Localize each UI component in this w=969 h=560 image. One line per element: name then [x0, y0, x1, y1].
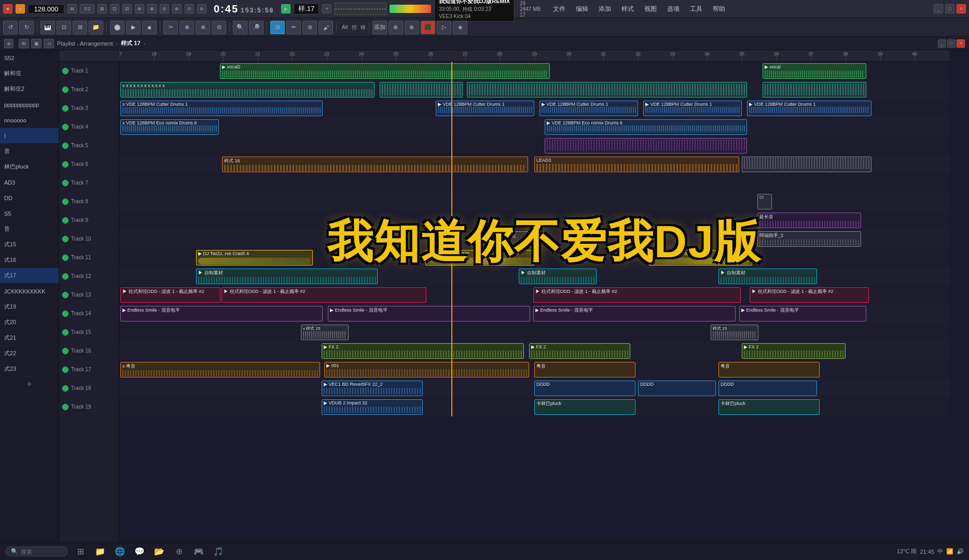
mute-6[interactable] — [62, 161, 68, 167]
sidebar-item-3[interactable]: ppppppppppp — [0, 97, 59, 113]
clip-t16-1[interactable]: ▶ FX 2 — [322, 343, 524, 359]
clip-t2-4[interactable] — [763, 82, 866, 97]
clip-t12-3[interactable]: ▶ 自制素材 — [718, 269, 817, 284]
toolbar-zoom-in[interactable]: 🔍 — [233, 21, 247, 34]
mute-9[interactable] — [62, 217, 68, 223]
sidebar-item-8[interactable]: AD3 — [0, 175, 59, 190]
sidebar-item-5[interactable]: I — [0, 128, 59, 144]
sidebar-item-7[interactable]: 林巴pluck — [0, 159, 59, 175]
sidebar-item-11[interactable]: 音 — [0, 221, 59, 237]
sidebar-item-13[interactable]: 式16 — [0, 253, 59, 268]
toolbar-add[interactable]: 添加 — [372, 21, 387, 34]
clip-t8-1[interactable]: CI — [757, 194, 772, 209]
sidebar-item-19[interactable]: 式22 — [0, 346, 59, 361]
track-row-1[interactable]: ▶ vocal2 ▶ vocal — [119, 62, 949, 80]
view-btn[interactable]: ▣ — [31, 39, 41, 48]
track-row-5[interactable] — [119, 136, 949, 155]
track-content[interactable]: 1718192021222324252627282930313233343536… — [119, 50, 969, 542]
sidebar-item-20[interactable]: 式23 — [0, 361, 59, 377]
track-row-8[interactable]: CI — [119, 192, 949, 211]
clip-t3-5[interactable]: ▶ VDE 128BPM Cutter Drums 1 — [747, 101, 871, 116]
tool1-btn[interactable]: ⊡ — [110, 4, 119, 13]
toolbar-extra5[interactable]: ◈ — [453, 21, 467, 34]
toolbar-eraser[interactable]: ⊛ — [302, 21, 317, 34]
track-row-15[interactable]: x 样式 15 样式 15 — [119, 323, 949, 342]
taskbar-game[interactable]: 🎮 — [191, 544, 206, 559]
tool3-btn[interactable]: ⊕ — [135, 4, 144, 13]
mute-11[interactable] — [62, 255, 68, 261]
menu-options[interactable]: 选项 — [665, 4, 682, 15]
toolbar-zoom-out[interactable]: 🔎 — [249, 21, 264, 34]
track-row-18[interactable]: ▶ VEC1 BD ReverbFX 22_2 DDDD DDDD DDDD — [119, 379, 949, 398]
clip-t3-3[interactable]: ▶ VDE 128BPM Cutter Drums 1 — [539, 101, 638, 116]
tool2-btn[interactable]: ⊟ — [122, 4, 132, 13]
clip-t19-2[interactable]: 卡林巴pluck — [534, 399, 635, 415]
sidebar-item-15[interactable]: JCKKKKKKKKK — [0, 284, 59, 299]
mute-12[interactable] — [62, 273, 68, 279]
toolbar-paint[interactable]: 🖌 — [319, 21, 333, 34]
clip-t12-2[interactable]: ▶ 自制素材 — [519, 269, 597, 284]
collapse-btn[interactable]: ◁ — [44, 39, 54, 48]
clip-t12-1[interactable]: ▶ 自制素材 — [196, 269, 378, 284]
clip-t10-1[interactable]: ▶ 过 — [503, 231, 532, 247]
toolbar-play[interactable]: ▶ — [126, 21, 141, 34]
clip-t18-3[interactable]: DDDD — [638, 381, 716, 396]
toolbar-extra3[interactable]: ⬛ — [421, 21, 435, 34]
mute-19[interactable] — [62, 404, 68, 410]
taskbar-chat[interactable]: 💬 — [132, 544, 147, 559]
mute-16[interactable] — [62, 348, 68, 354]
track-row-13[interactable]: ▶ 柱式和弦ODD - 滤波 1 - 截止频率 #2 ▶ 柱式和弦ODD - 滤… — [119, 286, 949, 304]
track-row-12[interactable]: ▶ 自制素材 ▶ 自制素材 ▶ 自制素材 — [119, 267, 949, 286]
pl-maximize[interactable]: □ — [947, 39, 956, 48]
toolbar-redo[interactable]: ↻ — [19, 21, 34, 34]
clip-t13-2[interactable]: ▶ 柱式和弦ODD - 滤波 1 - 截止频率 #2 — [222, 287, 426, 303]
toolbar-cut[interactable]: ✂ — [163, 21, 178, 34]
sidebar-item-1[interactable]: 解和弦 — [0, 66, 59, 81]
mute-8[interactable] — [62, 199, 68, 205]
toolbar-mixer[interactable]: ⊞ — [73, 21, 87, 34]
sidebar-item-14[interactable]: 式17 — [0, 268, 59, 284]
track-row-3[interactable]: x VDE 128BPM Cutter Drums 1 ▶ VDE 128BPM… — [119, 99, 949, 118]
clip-t19-3[interactable]: 卡林巴pluck — [718, 399, 820, 415]
plus-btn[interactable]: + — [322, 4, 331, 13]
clip-t3-4[interactable]: ▶ VDE 128BPM Cutter Drums 1 — [643, 101, 742, 116]
sidebar-item-9[interactable]: DD — [0, 190, 59, 206]
menu-help[interactable]: 帮助 — [711, 4, 727, 15]
track-row-17[interactable]: x 粤音 ▶ 001 粤音 粤音 — [119, 360, 949, 379]
mute-18[interactable] — [62, 385, 68, 391]
minimize-btn[interactable]: _ — [934, 4, 943, 13]
mute-10[interactable] — [62, 236, 68, 242]
clip-t17-2[interactable]: ▶ 001 — [324, 362, 529, 377]
mute-4[interactable] — [62, 124, 68, 130]
clip-t6-2[interactable]: LEAD3 — [534, 157, 739, 172]
mute-5[interactable] — [62, 143, 68, 149]
track-row-9[interactable]: 延长音 — [119, 211, 949, 230]
clip-t15-2[interactable]: 样式 15 — [711, 325, 758, 340]
mute-17[interactable] — [62, 367, 68, 373]
tool8-btn[interactable]: ⊜ — [197, 4, 206, 13]
clip-t11-2[interactable]: ▶ VFX1 Uplifter 029 — [425, 250, 534, 265]
track-row-7[interactable] — [119, 174, 949, 192]
track-row-14[interactable]: ▶ Endless Smile - 混音电平 ▶ Endless Smile -… — [119, 304, 949, 323]
snap-btn[interactable]: ⊞ — [98, 4, 107, 13]
toolbar-undo[interactable]: ↺ — [3, 21, 18, 34]
mute-3[interactable] — [62, 105, 68, 111]
toolbar-drums[interactable]: ⊡ — [57, 21, 71, 34]
clip-t11-1[interactable]: ▶ DJ TwiZz..rse Crash 4 — [196, 250, 313, 265]
menu-file[interactable]: 文件 — [551, 4, 567, 15]
sidebar-item-18[interactable]: 式21 — [0, 330, 59, 346]
sidebar-item-4[interactable]: nnooooo — [0, 113, 59, 128]
sidebar-item-17[interactable]: 式20 — [0, 315, 59, 330]
track-row-11[interactable]: ▶ DJ TwiZz..rse Crash 4 ▶ VFX1 Uplifter … — [119, 248, 949, 267]
clip-t13-3[interactable]: ▶ 柱式和弦ODD - 滤波 1 - 截止频率 #2 — [533, 287, 741, 303]
clip-t3-2[interactable]: ▶ VDE 128BPM Cutter Drums 1 — [436, 101, 534, 116]
taskbar-start[interactable]: ⊞ — [73, 544, 88, 559]
metronome-btn[interactable]: M — [67, 4, 77, 13]
track-row-10[interactable]: ▶ 过 阿福拍手_2 — [119, 230, 949, 248]
track-row-2[interactable]: x x x x x x x x x x x x — [119, 80, 949, 99]
clip-t6-1[interactable]: 样式 16 — [222, 157, 528, 172]
clip-t18-1[interactable]: ▶ VEC1 BD ReverbFX 22_2 — [322, 381, 423, 396]
taskbar-browser[interactable]: 🌐 — [113, 544, 127, 559]
toolbar-browser[interactable]: 📁 — [89, 21, 103, 34]
menu-tools[interactable]: 工具 — [688, 4, 704, 15]
